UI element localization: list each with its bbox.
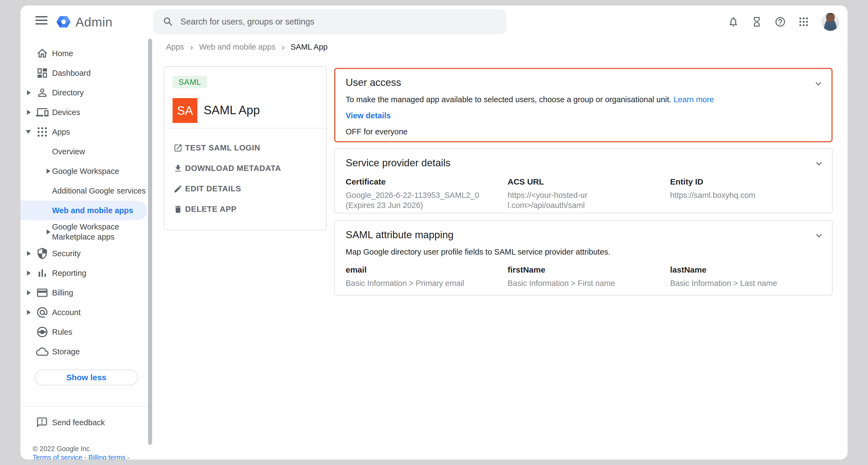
app-actions: TEST SAML LOGIN DOWNLOAD METADATA EDIT D… [164, 137, 326, 219]
sidebar-item-additional-google-services[interactable]: Additional Google services [21, 181, 152, 200]
sidebar-item-google-workspace[interactable]: Google Workspace [21, 161, 152, 181]
sidebar-item-rules[interactable]: Rules [21, 322, 152, 342]
user-avatar[interactable] [822, 13, 839, 31]
storage-cloud-icon [36, 345, 49, 358]
service-provider-fields: Certificate Google_2026-6-22-113953_SAML… [346, 177, 821, 210]
breadcrumb-apps[interactable]: Apps [166, 42, 184, 52]
expand-arrow-icon[interactable] [27, 290, 31, 295]
app-monogram-tile: SA [173, 98, 197, 123]
rules-icon [36, 326, 49, 338]
sidebar-item-overview[interactable]: Overview [21, 142, 152, 161]
reporting-chart-icon [36, 267, 49, 279]
test-saml-login-button[interactable]: TEST SAML LOGIN [164, 137, 326, 158]
view-details-link[interactable]: View details [346, 111, 391, 120]
admin-logo-icon [55, 13, 72, 31]
sidebar-item-gw-marketplace-apps[interactable]: Google Workspace Marketplace apps [21, 220, 152, 244]
expand-arrow-icon[interactable] [27, 251, 31, 256]
terms-of-service-link[interactable]: Terms of service [33, 454, 82, 460]
card-divider [164, 128, 326, 128]
sidebar-divider [21, 406, 152, 407]
expand-arrow-icon[interactable] [27, 110, 31, 115]
billing-terms-link[interactable]: Billing terms [88, 454, 125, 460]
user-access-panel[interactable]: User access To make the managed app avai… [334, 68, 833, 142]
expand-arrow-icon[interactable] [46, 229, 51, 235]
sidebar-item-reporting[interactable]: Reporting [21, 263, 152, 283]
saml-attribute-mapping-panel[interactable]: SAML attribute mapping Map Google direct… [334, 220, 833, 296]
sidebar-nav: Home Dashboard Directory Devices [21, 38, 152, 460]
firstname-mapping: firstName Basic Information > First name [507, 265, 670, 288]
download-icon [174, 164, 183, 173]
show-less-button[interactable]: Show less [35, 370, 138, 385]
security-shield-icon [36, 247, 49, 260]
footer-links: Terms of service - Billing terms - [33, 454, 130, 460]
sidebar-scrollbar[interactable] [148, 39, 152, 445]
attribute-mapping-description: Map Google directory user profile fields… [346, 247, 821, 256]
panel-title: Service provider details [346, 156, 821, 170]
certificate-value: Google_2026-6-22-113953_SAML2_0(Expires … [346, 190, 507, 210]
entity-id-field: Entity ID https://saml.boxyhq.com [670, 177, 821, 210]
edit-details-button[interactable]: EDIT DETAILS [164, 179, 326, 199]
breadcrumb-separator: › [190, 43, 193, 51]
email-mapping: email Basic Information > Primary email [346, 265, 507, 288]
feedback-icon [36, 416, 48, 429]
panel-title: User access [346, 75, 821, 90]
chevron-down-icon[interactable] [813, 158, 825, 169]
open-in-new-icon [174, 143, 183, 153]
chevron-down-icon[interactable] [813, 230, 825, 241]
tasks-hourglass-icon[interactable] [751, 16, 763, 28]
user-access-status: OFF for everyone [346, 127, 821, 136]
help-icon[interactable] [774, 16, 786, 28]
learn-more-link[interactable]: Learn more [674, 95, 714, 104]
user-access-description: To make the managed app available to sel… [346, 95, 821, 104]
sidebar-item-billing[interactable]: Billing [21, 283, 152, 303]
top-bar: Admin [21, 5, 847, 38]
panel-title: SAML attribute mapping [346, 228, 821, 242]
dashboard-icon [36, 67, 49, 79]
sidebar-item-directory[interactable]: Directory [21, 83, 152, 102]
acs-url-value: https://<your-hosted-url.com>/api/oauth/… [507, 190, 591, 210]
apps-grid-icon [36, 126, 49, 138]
google-apps-grid-icon[interactable] [798, 16, 809, 28]
sidebar-item-security[interactable]: Security [21, 244, 152, 263]
delete-app-button[interactable]: DELETE APP [164, 199, 326, 219]
breadcrumb-web-and-mobile-apps[interactable]: Web and mobile apps [199, 42, 275, 52]
expand-arrow-icon[interactable] [27, 90, 31, 95]
sidebar-item-devices[interactable]: Devices [21, 102, 152, 122]
billing-card-icon [36, 286, 49, 299]
sidebar-item-home[interactable]: Home [21, 43, 152, 63]
sidebar-item-web-and-mobile-apps[interactable]: Web and mobile apps [21, 200, 147, 220]
breadcrumb: Apps › Web and mobile apps › SAML App [154, 38, 847, 56]
breadcrumb-separator: › [281, 43, 284, 51]
search-icon [162, 16, 174, 28]
attribute-mappings: email Basic Information > Primary email … [346, 265, 821, 288]
main-menu-icon[interactable] [35, 16, 48, 28]
service-provider-details-panel[interactable]: Service provider details Certificate Goo… [334, 148, 833, 213]
saml-type-badge: SAML [173, 76, 207, 88]
search-input[interactable] [181, 17, 480, 27]
google-admin-logo[interactable]: Admin [55, 13, 113, 31]
search-bar[interactable] [153, 9, 506, 34]
collapse-arrow-icon[interactable] [26, 130, 31, 134]
breadcrumb-current-page: SAML App [290, 42, 328, 52]
expand-arrow-icon[interactable] [27, 310, 31, 315]
devices-icon [36, 106, 49, 119]
delete-trash-icon [174, 205, 183, 214]
sidebar-item-account[interactable]: Account [21, 303, 152, 322]
sidebar-item-apps[interactable]: Apps [21, 122, 152, 142]
notifications-icon[interactable] [727, 16, 739, 28]
admin-console-window: Admin Home Dashboard [21, 5, 847, 460]
chevron-down-icon[interactable] [813, 78, 824, 89]
download-metadata-button[interactable]: DOWNLOAD METADATA [164, 158, 326, 179]
certificate-field: Certificate Google_2026-6-22-113953_SAML… [346, 177, 507, 210]
top-bar-actions [727, 5, 839, 38]
edit-pencil-icon [174, 184, 183, 193]
sidebar-item-storage[interactable]: Storage [21, 342, 152, 362]
copyright-text: © 2022 Google Inc. [33, 445, 92, 453]
send-feedback-button[interactable]: Send feedback [21, 415, 152, 430]
sidebar-item-dashboard[interactable]: Dashboard [21, 63, 152, 83]
expand-arrow-icon[interactable] [46, 169, 51, 174]
expand-arrow-icon[interactable] [27, 271, 31, 276]
entity-id-value: https://saml.boxyhq.com [670, 190, 821, 200]
app-summary-card: SAML SA SAML App TEST SAML LOGIN DOWNLOA… [164, 66, 327, 230]
app-title: SAML App [204, 103, 260, 117]
